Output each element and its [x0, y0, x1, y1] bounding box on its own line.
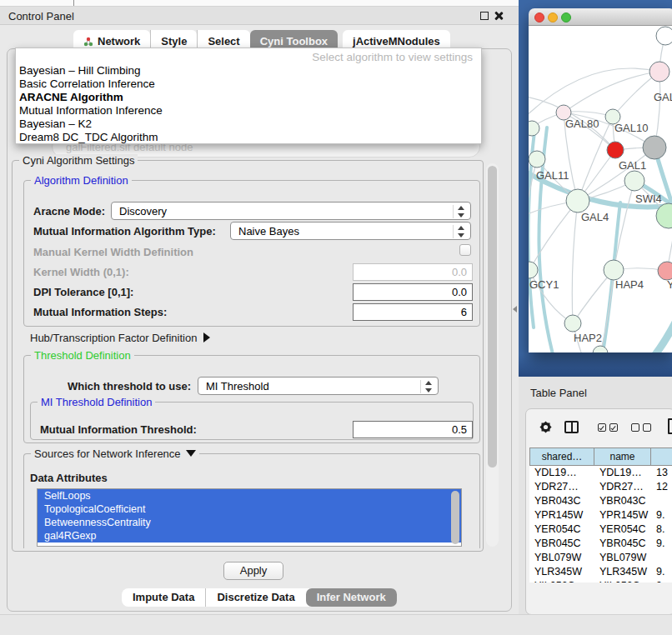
- tab-style[interactable]: Style: [150, 30, 197, 49]
- table-row[interactable]: YBR043CYBR043C: [529, 494, 672, 508]
- algorithm-option-bayesian-k2[interactable]: Bayesian – K2: [16, 118, 481, 131]
- attribute-item-betweennesscentrality[interactable]: BetweennessCentrality: [38, 516, 461, 529]
- dpi-tolerance-label: DPI Tolerance [0,1]:: [33, 286, 133, 298]
- panel-splitter-arrow-icon[interactable]: [513, 306, 517, 312]
- table-cell: 8.: [651, 522, 672, 537]
- document-icon[interactable]: [668, 418, 672, 434]
- tab-label: Cyni Toolbox: [260, 35, 328, 48]
- table-cell: YBR043C: [594, 494, 651, 508]
- column-header-cut[interactable]: [651, 448, 672, 466]
- sources-group-title[interactable]: Sources for Network Inference: [31, 448, 199, 460]
- data-attributes-list: SelfLoopsTopologicalCoefficientBetweenne…: [37, 488, 462, 547]
- algorithm-option-mutual-information-inference[interactable]: Mutual Information Inference: [16, 104, 481, 118]
- bottom-strip: [0, 614, 672, 635]
- float-panel-button[interactable]: [480, 12, 489, 20]
- algorithm-option-dream8-dc-tdc-algorithm[interactable]: Dream8 DC_TDC Algorithm: [16, 131, 481, 144]
- tab-impute-data[interactable]: Impute Data: [122, 588, 205, 607]
- mit-field[interactable]: 0.5: [353, 421, 473, 438]
- network-node-gal1[interactable]: [624, 171, 644, 191]
- checked-box-icon[interactable]: [609, 423, 618, 432]
- collapse-down-icon: [186, 450, 196, 457]
- network-icon: [83, 37, 93, 47]
- mi-type-value: Naive Bayes: [238, 225, 299, 238]
- table-toolbar: [526, 416, 672, 441]
- threshold-definition-title: Threshold Definition: [31, 349, 134, 362]
- apply-button[interactable]: Apply: [223, 562, 283, 580]
- tab-cyni-toolbox[interactable]: Cyni Toolbox: [250, 30, 338, 49]
- network-node-gal4[interactable]: [566, 189, 589, 212]
- node-label-gal4: GAL4: [581, 211, 609, 223]
- table-row[interactable]: YDL19…YDL19…13: [529, 466, 672, 480]
- hub-definition-toggle[interactable]: Hub/Transcription Factor Definition: [30, 332, 210, 344]
- network-node-y[interactable]: [658, 262, 672, 280]
- close-panel-icon[interactable]: [494, 11, 504, 21]
- node-label-gal80: GAL80: [565, 118, 599, 130]
- list-scrollbar[interactable]: [451, 491, 459, 544]
- tab-network[interactable]: Network: [73, 30, 150, 49]
- network-node[interactable]: [529, 121, 539, 136]
- table-row[interactable]: YDR27…YDR27…12: [529, 480, 672, 494]
- network-node-hap4[interactable]: [604, 260, 624, 280]
- network-canvas[interactable]: GALGAL80GAL10GAL1GAL11GAL4SWI4GCY1HAP4YH…: [529, 26, 672, 352]
- checked-box-icon[interactable]: [598, 423, 606, 432]
- algorithm-option-basic-correlation-inference[interactable]: Basic Correlation Inference: [16, 78, 481, 91]
- manual-kernel-checkbox[interactable]: [459, 244, 471, 256]
- column-header-name[interactable]: name: [594, 448, 651, 466]
- table-row[interactable]: YIL052CYIL052C9.: [529, 579, 672, 582]
- node-label-gal: GAL: [654, 91, 672, 103]
- tab-select[interactable]: Select: [197, 30, 249, 49]
- unchecked-box-icon[interactable]: [643, 423, 651, 432]
- network-node-gal11[interactable]: [529, 151, 545, 168]
- dpi-tolerance-field[interactable]: 0.0: [353, 283, 473, 301]
- table-body: YDL19…YDL19…13YDR27…YDR27…12YBR043CYBR04…: [529, 466, 672, 582]
- top-strip: [0, 0, 519, 7]
- network-node[interactable]: [607, 142, 624, 158]
- network-node[interactable]: [656, 27, 672, 45]
- attribute-item-selfloops[interactable]: SelfLoops: [38, 489, 461, 502]
- columns-icon[interactable]: [564, 421, 579, 433]
- network-node-gcy1[interactable]: [529, 262, 538, 278]
- table-cell: YDL19…: [529, 466, 594, 480]
- tab-jactivemnodules[interactable]: jActiveMNodules: [343, 30, 450, 49]
- table-cell: YBL079W: [529, 551, 594, 565]
- attribute-item-topologicalcoefficient[interactable]: TopologicalCoefficient: [38, 502, 461, 516]
- table-cell: [651, 494, 672, 508]
- table-cell: YBL079W: [594, 551, 651, 565]
- gear-icon[interactable]: [538, 419, 554, 435]
- aracne-mode-combo[interactable]: Discovery: [111, 202, 471, 220]
- window-minimize-button[interactable]: [548, 12, 558, 22]
- column-header-shared[interactable]: shared…: [529, 448, 594, 466]
- table-cell: 9.: [651, 537, 672, 551]
- network-window-titlebar[interactable]: [529, 8, 672, 26]
- table-row[interactable]: YBR045CYBR045C9.: [529, 537, 672, 551]
- network-node[interactable]: [643, 136, 666, 159]
- tab-discretize-data[interactable]: Discretize Data: [205, 588, 305, 607]
- mi-steps-label: Mutual Information Steps:: [33, 306, 167, 318]
- tab-label: Network: [98, 35, 140, 48]
- table-cell: [651, 551, 672, 565]
- table-row[interactable]: YER054CYER054C8.: [529, 522, 672, 537]
- mi-type-combo[interactable]: Naive Bayes: [230, 222, 471, 240]
- algorithm-option-bayesian-hill-climbing[interactable]: Bayesian – Hill Climbing: [16, 64, 481, 78]
- mi-steps-field[interactable]: 6: [353, 303, 473, 321]
- kernel-width-label: Kernel Width (0,1):: [33, 266, 129, 278]
- which-threshold-combo[interactable]: MI Threshold: [198, 377, 439, 395]
- network-edge: [529, 68, 659, 122]
- network-node[interactable]: [593, 346, 608, 352]
- tab-infer-network[interactable]: Infer Network: [306, 588, 397, 607]
- algorithm-option-aracne-algorithm[interactable]: ARACNE Algorithm: [16, 91, 481, 104]
- window-zoom-button[interactable]: [561, 12, 571, 22]
- settings-scrollbar-thumb[interactable]: [488, 166, 497, 468]
- table-cell: YBR043C: [529, 494, 594, 508]
- kernel-width-field[interactable]: 0.0: [353, 263, 473, 281]
- table-row[interactable]: YPR145WYPR145W9.: [529, 508, 672, 522]
- attribute-item-gal4rgexp[interactable]: gal4RGexp: [38, 529, 461, 542]
- network-node-gal[interactable]: [649, 62, 669, 82]
- manual-kernel-label: Manual Kernel Width Definition: [33, 246, 193, 258]
- window-close-button[interactable]: [534, 12, 544, 22]
- unchecked-box-icon[interactable]: [631, 423, 639, 432]
- network-node-hap2[interactable]: [564, 315, 581, 332]
- table-row[interactable]: YLR345WYLR345W9.: [529, 565, 672, 579]
- table-row[interactable]: YBL079WYBL079W: [529, 551, 672, 565]
- table-cell: 13: [651, 466, 672, 480]
